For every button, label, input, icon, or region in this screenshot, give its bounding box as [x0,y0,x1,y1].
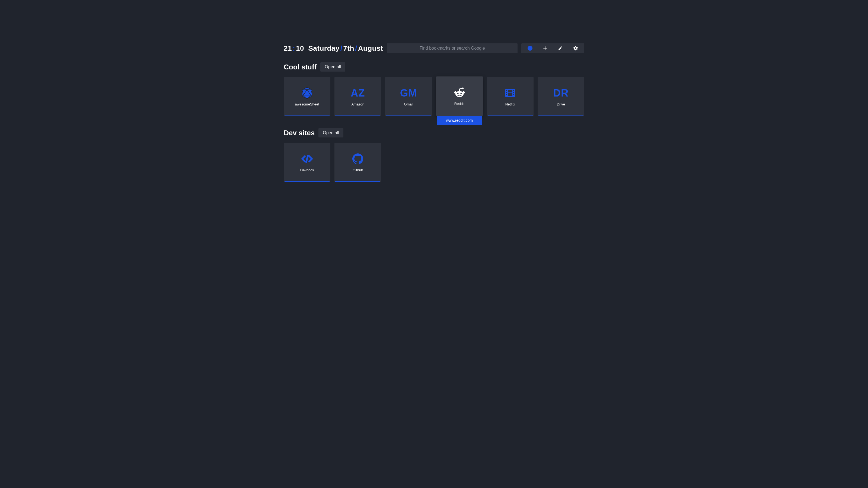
tile-netflix[interactable]: Netflix [487,77,533,116]
tile-devdocs[interactable]: Devdocs [284,143,330,182]
tile-letters: DR [553,87,568,99]
reddit-icon [454,87,465,98]
svg-rect-25 [508,90,513,93]
accent-dot-icon [528,46,532,51]
search-input[interactable] [387,43,518,53]
svg-rect-20 [506,92,507,93]
tile-awesomesheet[interactable]: awesomeSheet [284,77,330,116]
tile-label: Github [352,168,363,172]
accent-button[interactable] [522,43,538,53]
tile-label: Reddit [454,102,465,106]
group-head: Dev sites Open all [284,128,584,137]
tile-reddit[interactable]: Reddit [436,76,483,116]
tile-drive[interactable]: DR Drive [538,77,584,116]
group-cool-stuff: Cool stuff Open all [284,62,584,116]
svg-point-13 [456,91,464,97]
clock-sep-slash-1: / [340,44,343,53]
group-head: Cool stuff Open all [284,62,584,72]
svg-point-17 [460,93,462,94]
film-icon [505,87,516,99]
github-icon [352,153,363,165]
tile-label: Gmail [404,102,413,106]
tile-label: Netflix [505,102,515,106]
svg-point-14 [454,91,457,94]
d20-icon [302,87,312,99]
clock-sep-colon: : [292,44,296,53]
tile-letters: GM [400,87,417,99]
pencil-icon [558,46,563,51]
clock-day: 7th [343,44,354,53]
tile-label: Amazon [351,102,364,106]
header-toolbar [521,43,584,53]
svg-rect-21 [506,94,507,95]
group-title: Dev sites [284,129,315,137]
add-button[interactable] [538,43,553,53]
tile-amazon[interactable]: AZ Amazon [335,77,381,116]
edit-button[interactable] [553,43,568,53]
open-all-button[interactable]: Open all [318,128,343,137]
settings-button[interactable] [568,43,583,53]
svg-point-15 [462,91,465,94]
tile-label: awesomeSheet [295,102,319,106]
tile-grid: awesomeSheet AZ Amazon GM Gmail [284,77,584,116]
clock-month: August [358,44,383,53]
tile-label: Devdocs [300,168,314,172]
clock-weekday: Saturday [308,44,339,53]
svg-line-27 [306,156,308,162]
header-bar: 21 : 10 Saturday / 7th / August [284,43,584,53]
svg-rect-26 [508,93,513,96]
tile-letters: AZ [351,87,365,99]
gear-icon [573,45,578,51]
group-title: Cool stuff [284,63,316,71]
clock-sep-slash-2: / [354,44,358,53]
page-container: 21 : 10 Saturday / 7th / August [284,0,584,182]
plus-icon [543,46,548,51]
svg-rect-22 [513,90,514,91]
tile-label: Drive [557,102,565,106]
svg-rect-19 [506,90,507,91]
svg-point-16 [457,93,458,94]
svg-rect-24 [513,94,514,95]
code-icon [301,153,314,165]
tile-url-tooltip: www.reddit.com [437,116,482,125]
group-dev-sites: Dev sites Open all Devdocs [284,128,584,182]
tile-grid: Devdocs Github [284,143,584,182]
clock-minutes: 10 [296,44,304,53]
clock-display: 21 : 10 Saturday / 7th / August [284,44,383,53]
svg-rect-23 [513,92,514,93]
clock-hours: 21 [284,44,292,53]
tile-gmail[interactable]: GM Gmail [385,77,432,116]
open-all-button[interactable]: Open all [320,62,345,72]
clock-spacer [304,44,308,53]
tile-github[interactable]: Github [335,143,381,182]
